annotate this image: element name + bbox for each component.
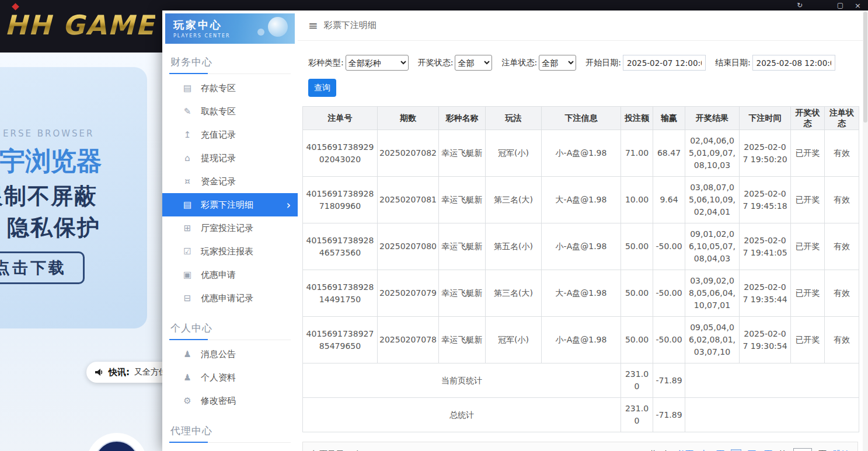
- table-cell: 2025-02-07 19:35:44: [740, 270, 791, 317]
- refresh-icon[interactable]: ↻: [797, 1, 803, 9]
- sidebar-item-label: 提现记录: [201, 153, 236, 164]
- sidebar-item-彩票下注明细[interactable]: ▤彩票下注明细›: [162, 193, 298, 216]
- search-button[interactable]: 查询: [308, 79, 336, 97]
- summary-label: 当前页统计: [303, 363, 621, 398]
- decorative-badge-inner: [94, 440, 140, 451]
- funds-record-icon: ¤: [182, 176, 193, 187]
- table-header-cell: 注单号: [303, 107, 378, 130]
- summary-label: 总统计: [303, 398, 621, 432]
- sidebar-item-label: 厅室投注记录: [201, 223, 253, 234]
- promo-tagline: ERSE BROWSER: [3, 128, 94, 139]
- sidebar-item-优惠申请记录[interactable]: ⊟优惠申请记录: [162, 286, 298, 310]
- table-cell: 401569173892785479650: [303, 317, 378, 363]
- table-cell: 50.00: [621, 270, 653, 317]
- summary-win-loss: -71.89: [653, 398, 685, 432]
- sidebar-item-个人资料[interactable]: ♟个人资料: [162, 366, 298, 389]
- sidebar-item-充值记录[interactable]: ↥充值记录: [162, 123, 298, 146]
- background-site-body: ERSE BROWSER 宇浏览器 限制不屏蔽 隐私保护 点击下载 快讯: 又全…: [0, 53, 162, 451]
- main-header: ≡ 彩票下注明细: [298, 11, 863, 41]
- table-header-cell: 开奖结果: [685, 107, 740, 130]
- sidebar-item-厅室投注记录[interactable]: ⊞厅室投注记录: [162, 216, 298, 240]
- start-date-label: 开始日期:: [585, 58, 621, 68]
- profile-icon: ♟: [182, 372, 193, 383]
- decorative-badge: [86, 433, 147, 451]
- summary-row: 总统计231.00-71.89: [303, 398, 859, 432]
- table-cell: 2025-02-07 19:30:54: [740, 317, 791, 363]
- table-cell: 68.47: [653, 130, 685, 177]
- table-header-cell: 玩法: [486, 107, 542, 130]
- table-cell: 03,08,07,05,06,10,09,02,04,01: [685, 177, 740, 223]
- sidebar-item-提现记录[interactable]: ⌂提现记录: [162, 146, 298, 170]
- sidebar-item-label: 消息公告: [201, 349, 236, 360]
- sidebar-item-消息公告[interactable]: ♟消息公告: [162, 342, 298, 366]
- table-cell: 71.00: [621, 130, 653, 177]
- sidebar-item-label: 优惠申请记录: [201, 293, 253, 304]
- sidebar-item-label: 资金记录: [201, 176, 236, 187]
- order-status-label: 注单状态:: [501, 58, 537, 68]
- site-logo: HH GAME: [5, 9, 155, 41]
- lottery-type-select[interactable]: 全部彩种: [346, 55, 409, 71]
- withdraw-icon: ✎: [182, 106, 193, 117]
- sidebar-section-header: 代理中心: [169, 421, 291, 443]
- sidebar-item-label: 玩家投注报表: [201, 246, 253, 257]
- sidebar-item-玩家投注报表[interactable]: ☑玩家投注报表: [162, 240, 298, 263]
- table-header-cell: 开奖状态: [791, 107, 825, 130]
- sidebar-section-header: 财务中心: [169, 52, 291, 74]
- scrollbar-thumb[interactable]: [863, 12, 867, 123]
- table-cell: 大-A盘@1.98: [542, 270, 621, 317]
- hamburger-icon[interactable]: ≡: [308, 19, 318, 33]
- sidebar-item-取款专区[interactable]: ✎取款专区: [162, 100, 298, 123]
- table-header-row: 注单号期数彩种名称玩法下注信息投注额输赢开奖结果下注时间开奖状态注单状态: [303, 107, 859, 130]
- scrollbar[interactable]: [863, 11, 868, 451]
- table-cell: 03,09,02,08,05,06,04,10,07,01: [685, 270, 740, 317]
- table-cell: -50.00: [653, 317, 685, 363]
- draw-status-select[interactable]: 全部: [455, 55, 492, 71]
- summary-empty: [685, 398, 859, 432]
- table-cell: 20250207079: [378, 270, 439, 317]
- table-cell: 20250207081: [378, 177, 439, 223]
- player-bet-report-icon: ☑: [182, 246, 193, 257]
- table-cell: 第三名(大): [486, 270, 542, 317]
- table-row: 40156917389290204302020250207082幸运飞艇新冠军(…: [303, 130, 859, 177]
- sidebar-item-资金记录[interactable]: ¤资金记录: [162, 170, 298, 193]
- sidebar-item-修改密码[interactable]: ⚙修改密码: [162, 389, 298, 412]
- table-header-cell: 下注信息: [542, 107, 621, 130]
- table-cell: 冠军(小): [486, 317, 542, 363]
- table-header-cell: 注单状态: [825, 107, 859, 130]
- table-row: 40156917389287180996020250207081幸运飞艇新第三名…: [303, 177, 859, 223]
- sidebar-title: 玩家中心: [173, 18, 295, 32]
- table-cell: 2025-02-07 19:41:05: [740, 223, 791, 270]
- speaker-icon: [95, 368, 104, 377]
- table-row: 40156917389284657356020250207080幸运飞艇新第五名…: [303, 223, 859, 270]
- sidebar-item-存款专区[interactable]: ▤存款专区: [162, 76, 298, 100]
- window-controls: ↻ ▢ ×: [786, 1, 868, 11]
- table-cell: 已开奖: [791, 223, 825, 270]
- window-close-icon[interactable]: ×: [855, 1, 861, 10]
- table-cell: 有效: [825, 177, 859, 223]
- summary-bet-total: 231.00: [621, 363, 653, 398]
- pagination-controls: 共5条 首页 上一页 1 下一页 第 页 跳转: [649, 448, 849, 451]
- table-header-cell: 彩种名称: [439, 107, 486, 130]
- table-cell: 有效: [825, 317, 859, 363]
- promo-card: ERSE BROWSER 宇浏览器 限制不屏蔽 隐私保护 点击下载: [0, 67, 147, 328]
- table-header-cell: 下注时间: [740, 107, 791, 130]
- sidebar-subtitle: PLAYERS CENTER: [173, 33, 295, 39]
- start-date-input[interactable]: [623, 55, 706, 71]
- summary-row: 当前页统计231.00-71.89: [303, 363, 859, 398]
- table-cell: 09,05,04,06,02,08,01,03,07,10: [685, 317, 740, 363]
- table-header-cell: 投注额: [621, 107, 653, 130]
- filter-bar: 彩种类型: 全部彩种 开奖状态: 全部 注单状态: 全部 开始日期: 结束日期:: [298, 41, 863, 71]
- window-maximize-icon[interactable]: ▢: [837, 1, 843, 9]
- lottery-bet-detail-icon: ▤: [182, 200, 193, 210]
- table-cell: 第五名(小): [486, 223, 542, 270]
- sidebar-item-extra[interactable]: ▥: [162, 445, 298, 451]
- table-cell: 幸运飞艇新: [439, 223, 486, 270]
- table-row: 40156917389281449175020250207079幸运飞艇新第三名…: [303, 270, 859, 317]
- sidebar-item-优惠申请[interactable]: ▣优惠申请: [162, 263, 298, 286]
- end-date-input[interactable]: [752, 55, 835, 71]
- table-cell: 小-A盘@1.98: [542, 130, 621, 177]
- order-status-select[interactable]: 全部: [539, 55, 576, 71]
- sidebar-header: 玩家中心 PLAYERS CENTER: [165, 13, 295, 44]
- download-button[interactable]: 点击下载: [0, 251, 85, 284]
- jump-page-input[interactable]: [793, 448, 812, 451]
